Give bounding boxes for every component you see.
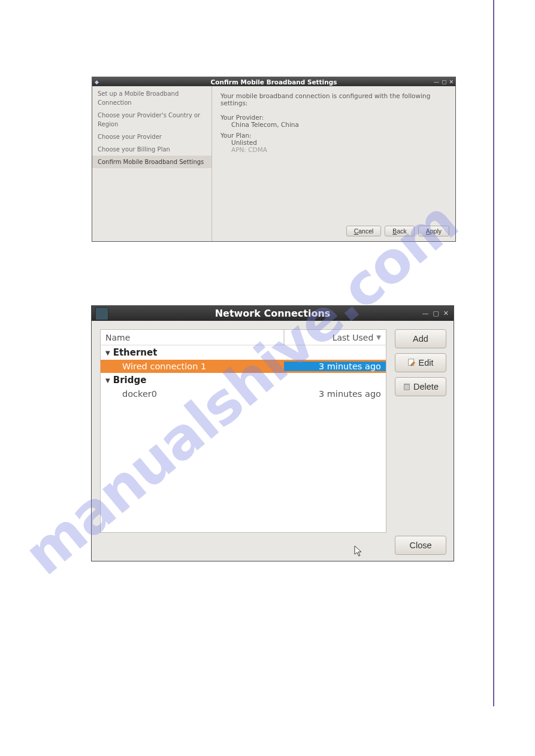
group-label: Ethernet [113,347,158,358]
plan-value: Unlisted [231,139,447,146]
titlebar[interactable]: ◆ Confirm Mobile Broadband Settings — ▢ … [92,77,455,86]
connection-row-selected[interactable]: Wired connection 1 3 minutes ago [101,360,386,373]
minimize-button[interactable]: — [422,309,428,317]
tree-header: Name Last Used ▼ [101,330,386,345]
titlebar[interactable]: Network Connections — ▢ ✕ [92,306,454,321]
add-button-label: Add [413,334,428,344]
wizard-content-panel: Your mobile broadband connection is conf… [212,86,455,241]
group-bridge[interactable]: ▼ Bridge [101,373,386,387]
cancel-button[interactable]: Cancel [346,226,382,236]
window-title: Confirm Mobile Broadband Settings [92,78,455,86]
column-last-used[interactable]: Last Used ▼ [284,330,386,345]
mouse-cursor-icon [354,545,364,557]
expander-icon[interactable]: ▼ [105,377,110,384]
connection-name: Wired connection 1 [101,362,284,371]
window-controls: — ▢ ✕ [422,309,449,317]
connection-row[interactable]: docker0 3 minutes ago [101,387,386,400]
window-title: Network Connections [92,308,454,319]
window-controls: — ▢ ✕ [434,79,454,85]
trash-icon [403,382,411,391]
plan-label: Your Plan: [220,132,447,139]
add-button[interactable]: Add [395,329,446,348]
wizard-steps-sidebar: Set up a Mobile Broadband Connection Cho… [92,86,212,241]
provider-label: Your Provider: [220,114,447,121]
group-ethernet[interactable]: ▼ Ethernet [101,345,386,360]
group-label: Bridge [113,375,147,385]
connections-tree: Name Last Used ▼ ▼ Ethernet Wired connec… [100,329,386,533]
svg-rect-2 [404,384,410,385]
minimize-button[interactable]: — [434,79,439,85]
wizard-step[interactable]: Choose your Provider's Country or Region [92,109,211,130]
wizard-step[interactable]: Choose your Provider [92,130,211,143]
expander-icon[interactable]: ▼ [105,350,110,356]
wizard-step-selected[interactable]: Confirm Mobile Broadband Settings [92,156,211,168]
provider-value: China Telecom, China [231,121,447,128]
connection-last-used: 3 minutes ago [284,389,386,399]
close-button-label: Close [409,541,431,550]
edit-icon [408,359,416,367]
connection-last-used: 3 minutes ago [284,362,386,371]
delete-button[interactable]: Delete [395,377,446,396]
plan-detail: APN: CDMA [231,146,447,153]
close-button[interactable]: ✕ [443,309,449,317]
sort-descending-icon: ▼ [376,334,381,341]
close-dialog-button[interactable]: Close [395,536,446,555]
column-name[interactable]: Name [101,330,284,345]
wizard-step[interactable]: Set up a Mobile Broadband Connection [92,87,211,109]
intro-text: Your mobile broadband connection is conf… [220,92,447,107]
edit-button-label: Edit [419,358,434,368]
close-button[interactable]: ✕ [449,79,454,85]
edit-button[interactable]: Edit [395,353,446,372]
svg-rect-1 [404,385,410,390]
connection-name: docker0 [101,389,284,399]
apply-button[interactable]: Apply [418,226,449,236]
back-button[interactable]: Back [385,226,414,236]
broadband-settings-window: ◆ Confirm Mobile Broadband Settings — ▢ … [92,77,456,242]
network-connections-window: Network Connections — ▢ ✕ Name Last Used… [91,305,454,561]
wizard-step[interactable]: Choose your Billing Plan [92,143,211,156]
delete-button-label: Delete [413,382,439,391]
maximize-button[interactable]: ▢ [433,309,439,317]
maximize-button[interactable]: ▢ [442,79,447,85]
